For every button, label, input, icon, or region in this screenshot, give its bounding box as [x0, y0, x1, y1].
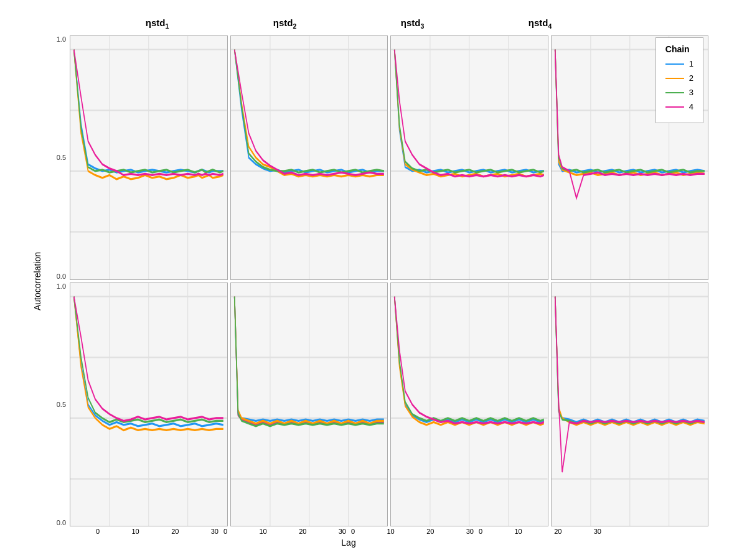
y-ticks-row1: 1.0 0.5 0.0 — [44, 34, 68, 281]
plot-1-1 — [70, 35, 228, 280]
x-ticks-col1: 0 10 20 30 — [93, 528, 221, 535]
y-axis-label-container: Autocorrelation — [31, 34, 44, 528]
rows-area: 1.0 0.5 0.0 — [44, 34, 710, 528]
plot-svg-2-1 — [70, 283, 227, 526]
legend-item-2: 2 — [665, 73, 693, 83]
x-tick-20: 20 — [171, 528, 179, 535]
x-ticks-col4: 0 10 20 30 — [476, 528, 604, 535]
x-ticks-col2: 0 10 20 30 — [221, 528, 349, 535]
chart-container: ηstd1 ηstd2 ηstd3 ηstd4 Autocorrelation … — [31, 12, 716, 548]
col-header-4: ηstd4 — [476, 12, 604, 34]
x-ticks-col3: 0 10 20 30 — [349, 528, 476, 535]
plot-2-3 — [390, 282, 548, 527]
y-tick-0.0: 0.0 — [57, 273, 66, 280]
x-tick-0: 0 — [96, 528, 100, 535]
y-ticks-row2: 1.0 0.5 0.0 — [44, 281, 68, 528]
legend-line-3 — [665, 92, 684, 93]
y-tick2-1.0: 1.0 — [57, 282, 66, 290]
legend-label-4: 4 — [689, 102, 693, 111]
grid-row-1: 1.0 0.5 0.0 — [44, 34, 710, 281]
y-axis-label: Autocorrelation — [32, 251, 42, 310]
col-header-1: ηstd1 — [93, 12, 221, 34]
y-tick2-0.0: 0.0 — [57, 519, 66, 526]
legend-item-3: 3 — [665, 88, 693, 97]
legend-label-2: 2 — [689, 73, 693, 83]
plot-svg-1-1 — [70, 36, 227, 279]
legend-title: Chain — [665, 44, 693, 54]
plot-1-2 — [230, 35, 388, 280]
legend-label-1: 1 — [689, 59, 693, 68]
legend-item-4: 4 — [665, 102, 693, 111]
plot-1-3 — [390, 35, 548, 280]
legend-line-4 — [665, 106, 684, 108]
y-tick2-0.5: 0.5 — [57, 401, 66, 408]
plot-svg-1-2 — [231, 36, 388, 279]
y-tick-1.0: 1.0 — [57, 35, 66, 43]
legend-box: Chain 1 2 3 4 — [655, 37, 703, 123]
legend-line-2 — [665, 78, 684, 79]
plot-svg-2-4 — [552, 283, 708, 526]
x-axis-label: Lag — [93, 538, 604, 548]
plot-svg-1-3 — [391, 36, 548, 279]
y-tick-0.5: 0.5 — [57, 154, 66, 161]
plots-row-2 — [68, 281, 710, 528]
col-header-3: ηstd3 — [349, 12, 476, 34]
legend-line-1 — [665, 63, 684, 65]
main-area: Autocorrelation 1.0 0.5 0.0 — [31, 34, 716, 528]
legend-item-1: 1 — [665, 59, 693, 68]
plot-svg-2-3 — [391, 283, 548, 526]
legend-label-3: 3 — [689, 88, 693, 97]
plots-row-1 — [68, 34, 710, 281]
row-subject1: 1.0 0.5 0.0 — [44, 34, 710, 281]
plot-svg-2-2 — [231, 283, 388, 526]
grid-row-2: 1.0 0.5 0.0 — [44, 281, 710, 528]
plot-2-2 — [230, 282, 388, 527]
x-tick-30: 30 — [211, 528, 218, 535]
col-headers: ηstd1 ηstd2 ηstd3 ηstd4 — [68, 12, 604, 34]
row-subject2: 1.0 0.5 0.0 — [44, 281, 710, 528]
plot-2-4 — [551, 282, 709, 527]
plot-2-1 — [70, 282, 228, 527]
col-header-2: ηstd2 — [221, 12, 349, 34]
x-tick-10: 10 — [132, 528, 139, 535]
